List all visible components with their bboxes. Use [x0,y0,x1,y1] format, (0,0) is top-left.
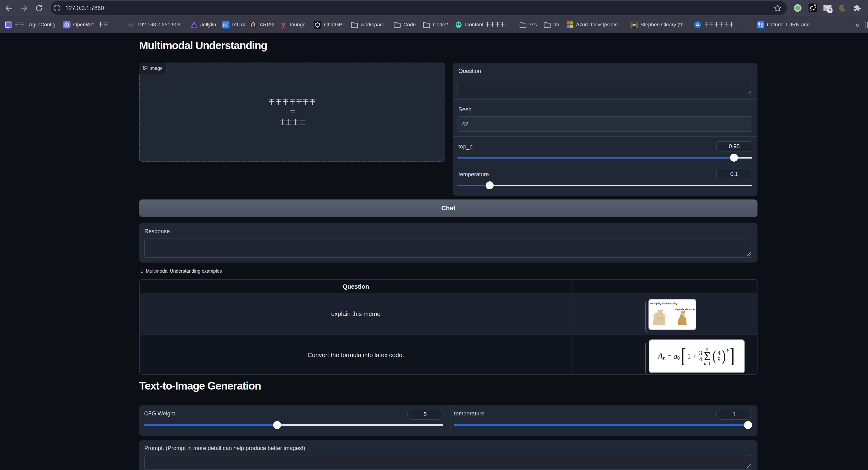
svg-text:Decoupling Visual Encoding: Decoupling Visual Encoding [650,302,677,305]
svg-text:Single Visual Encoder: Single Visual Encoder [675,309,695,311]
svg-text:英: 英 [814,4,816,7]
svg-text:?: ? [829,8,831,13]
svg-text:iK: iK [223,23,227,28]
